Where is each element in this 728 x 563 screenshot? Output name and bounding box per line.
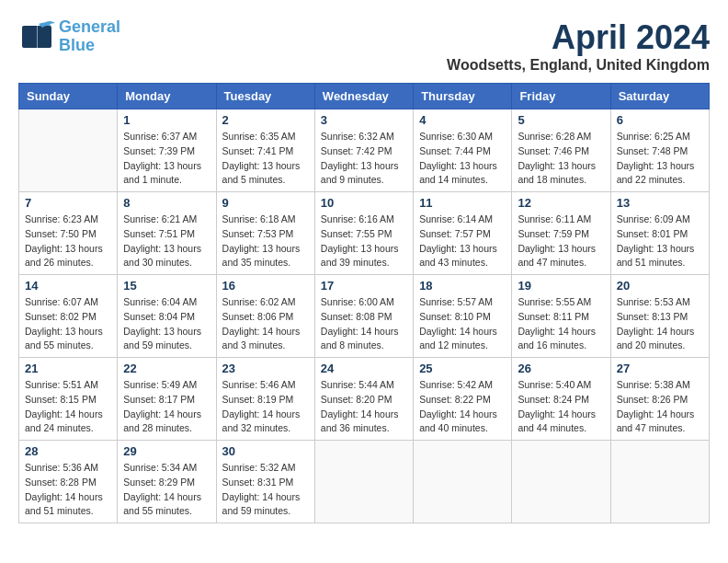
day-cell: 10Sunrise: 6:16 AMSunset: 7:55 PMDayligh… — [314, 192, 413, 275]
day-cell: 3Sunrise: 6:32 AMSunset: 7:42 PMDaylight… — [314, 109, 413, 192]
day-info: Sunrise: 5:55 AMSunset: 8:11 PMDaylight:… — [518, 295, 604, 353]
day-number: 8 — [123, 196, 210, 210]
day-number: 16 — [222, 279, 309, 293]
day-number: 13 — [617, 196, 703, 210]
day-info: Sunrise: 5:40 AMSunset: 8:24 PMDaylight:… — [518, 378, 604, 436]
day-cell: 15Sunrise: 6:04 AMSunset: 8:04 PMDayligh… — [118, 275, 216, 358]
day-number: 19 — [518, 279, 604, 293]
day-number: 7 — [25, 196, 111, 210]
day-info: Sunrise: 6:30 AMSunset: 7:44 PMDaylight:… — [419, 130, 506, 188]
day-info: Sunrise: 6:07 AMSunset: 8:02 PMDaylight:… — [25, 295, 111, 353]
day-info: Sunrise: 6:35 AMSunset: 7:41 PMDaylight:… — [222, 130, 309, 188]
week-row-1: 1Sunrise: 6:37 AMSunset: 7:39 PMDaylight… — [19, 109, 710, 192]
day-info: Sunrise: 5:44 AMSunset: 8:20 PMDaylight:… — [321, 378, 407, 436]
week-row-3: 14Sunrise: 6:07 AMSunset: 8:02 PMDayligh… — [19, 275, 710, 358]
day-info: Sunrise: 6:14 AMSunset: 7:57 PMDaylight:… — [419, 213, 506, 270]
day-number: 3 — [321, 113, 407, 127]
day-cell — [314, 441, 413, 523]
page-header: General Blue April 2024 Woodsetts, Engla… — [18, 18, 710, 74]
day-cell: 18Sunrise: 5:57 AMSunset: 8:10 PMDayligh… — [414, 275, 512, 358]
day-header-tuesday: Tuesday — [216, 84, 314, 109]
day-cell: 7Sunrise: 6:23 AMSunset: 7:50 PMDaylight… — [19, 192, 118, 275]
day-cell: 30Sunrise: 5:32 AMSunset: 8:31 PMDayligh… — [216, 441, 314, 523]
day-number: 27 — [617, 362, 703, 375]
day-info: Sunrise: 6:11 AMSunset: 7:59 PMDaylight:… — [518, 213, 604, 270]
day-cell: 5Sunrise: 6:28 AMSunset: 7:46 PMDaylight… — [512, 109, 610, 192]
day-info: Sunrise: 5:49 AMSunset: 8:17 PMDaylight:… — [123, 378, 210, 436]
day-header-saturday: Saturday — [610, 84, 709, 109]
day-number: 28 — [25, 444, 111, 458]
day-number: 20 — [617, 279, 703, 293]
calendar-table: SundayMondayTuesdayWednesdayThursdayFrid… — [18, 83, 710, 523]
day-info: Sunrise: 5:38 AMSunset: 8:26 PMDaylight:… — [617, 378, 703, 436]
day-number: 17 — [321, 279, 407, 293]
day-cell: 1Sunrise: 6:37 AMSunset: 7:39 PMDaylight… — [118, 109, 216, 192]
day-info: Sunrise: 6:00 AMSunset: 8:08 PMDaylight:… — [321, 295, 407, 353]
day-header-sunday: Sunday — [19, 84, 118, 109]
day-cell: 26Sunrise: 5:40 AMSunset: 8:24 PMDayligh… — [512, 358, 610, 441]
day-info: Sunrise: 5:57 AMSunset: 8:10 PMDaylight:… — [419, 295, 506, 353]
logo-text-block: General Blue — [59, 18, 120, 55]
day-info: Sunrise: 6:21 AMSunset: 7:51 PMDaylight:… — [123, 213, 210, 270]
day-cell: 23Sunrise: 5:46 AMSunset: 8:19 PMDayligh… — [216, 358, 314, 441]
day-cell: 16Sunrise: 6:02 AMSunset: 8:06 PMDayligh… — [216, 275, 314, 358]
day-number: 11 — [419, 196, 506, 210]
day-number: 29 — [123, 444, 210, 458]
title-block: April 2024 Woodsetts, England, United Ki… — [447, 18, 710, 74]
day-number: 2 — [222, 113, 309, 127]
day-number: 24 — [321, 362, 407, 375]
week-row-2: 7Sunrise: 6:23 AMSunset: 7:50 PMDaylight… — [19, 192, 710, 275]
day-number: 12 — [518, 196, 604, 210]
day-number: 18 — [419, 279, 506, 293]
day-cell: 12Sunrise: 6:11 AMSunset: 7:59 PMDayligh… — [512, 192, 610, 275]
day-cell: 29Sunrise: 5:34 AMSunset: 8:29 PMDayligh… — [118, 441, 216, 523]
day-info: Sunrise: 6:37 AMSunset: 7:39 PMDaylight:… — [123, 130, 210, 188]
day-number: 25 — [419, 362, 506, 375]
day-info: Sunrise: 6:25 AMSunset: 7:48 PMDaylight:… — [617, 130, 703, 188]
day-number: 10 — [321, 196, 407, 210]
logo-blue: Blue — [59, 37, 120, 55]
day-number: 1 — [123, 113, 210, 127]
logo-general: General — [59, 18, 120, 37]
day-info: Sunrise: 6:09 AMSunset: 8:01 PMDaylight:… — [617, 213, 703, 270]
day-cell: 11Sunrise: 6:14 AMSunset: 7:57 PMDayligh… — [414, 192, 512, 275]
day-number: 21 — [25, 362, 111, 375]
day-number: 22 — [123, 362, 210, 375]
day-info: Sunrise: 6:04 AMSunset: 8:04 PMDaylight:… — [123, 295, 210, 353]
day-info: Sunrise: 6:16 AMSunset: 7:55 PMDaylight:… — [321, 213, 407, 270]
day-cell: 25Sunrise: 5:42 AMSunset: 8:22 PMDayligh… — [414, 358, 512, 441]
day-number: 26 — [518, 362, 604, 375]
week-row-4: 21Sunrise: 5:51 AMSunset: 8:15 PMDayligh… — [19, 358, 710, 441]
logo-icon — [18, 18, 55, 55]
week-row-5: 28Sunrise: 5:36 AMSunset: 8:28 PMDayligh… — [19, 441, 710, 523]
day-cell — [610, 441, 709, 523]
day-info: Sunrise: 5:34 AMSunset: 8:29 PMDaylight:… — [123, 461, 210, 519]
day-cell: 21Sunrise: 5:51 AMSunset: 8:15 PMDayligh… — [19, 358, 118, 441]
day-number: 23 — [222, 362, 309, 375]
day-cell — [414, 441, 512, 523]
day-number: 14 — [25, 279, 111, 293]
day-info: Sunrise: 6:23 AMSunset: 7:50 PMDaylight:… — [25, 213, 111, 270]
day-info: Sunrise: 6:02 AMSunset: 8:06 PMDaylight:… — [222, 295, 309, 353]
day-header-thursday: Thursday — [414, 84, 512, 109]
day-info: Sunrise: 5:53 AMSunset: 8:13 PMDaylight:… — [617, 295, 703, 353]
day-cell: 14Sunrise: 6:07 AMSunset: 8:02 PMDayligh… — [19, 275, 118, 358]
day-cell: 28Sunrise: 5:36 AMSunset: 8:28 PMDayligh… — [19, 441, 118, 523]
day-number: 5 — [518, 113, 604, 127]
day-cell: 2Sunrise: 6:35 AMSunset: 7:41 PMDaylight… — [216, 109, 314, 192]
day-info: Sunrise: 6:28 AMSunset: 7:46 PMDaylight:… — [518, 130, 604, 188]
day-cell: 9Sunrise: 6:18 AMSunset: 7:53 PMDaylight… — [216, 192, 314, 275]
day-cell — [512, 441, 610, 523]
day-number: 15 — [123, 279, 210, 293]
day-info: Sunrise: 5:51 AMSunset: 8:15 PMDaylight:… — [25, 378, 111, 436]
day-number: 30 — [222, 444, 309, 458]
day-cell: 27Sunrise: 5:38 AMSunset: 8:26 PMDayligh… — [610, 358, 709, 441]
days-header-row: SundayMondayTuesdayWednesdayThursdayFrid… — [19, 84, 710, 109]
day-info: Sunrise: 5:42 AMSunset: 8:22 PMDaylight:… — [419, 378, 506, 436]
day-cell: 20Sunrise: 5:53 AMSunset: 8:13 PMDayligh… — [610, 275, 709, 358]
day-cell: 17Sunrise: 6:00 AMSunset: 8:08 PMDayligh… — [314, 275, 413, 358]
svg-rect-1 — [37, 26, 38, 48]
day-cell: 4Sunrise: 6:30 AMSunset: 7:44 PMDaylight… — [414, 109, 512, 192]
calendar-subtitle: Woodsetts, England, United Kingdom — [447, 57, 710, 74]
day-header-monday: Monday — [118, 84, 216, 109]
